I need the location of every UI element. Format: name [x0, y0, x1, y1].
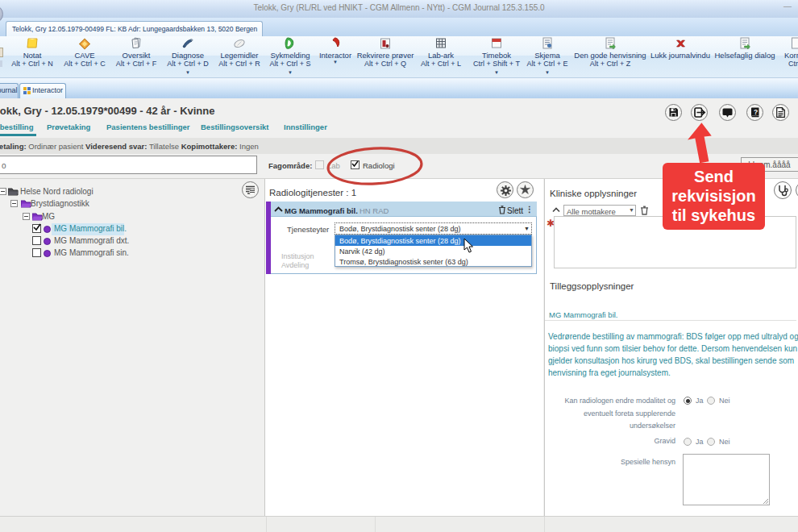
svg-text:?: ? [754, 108, 758, 116]
